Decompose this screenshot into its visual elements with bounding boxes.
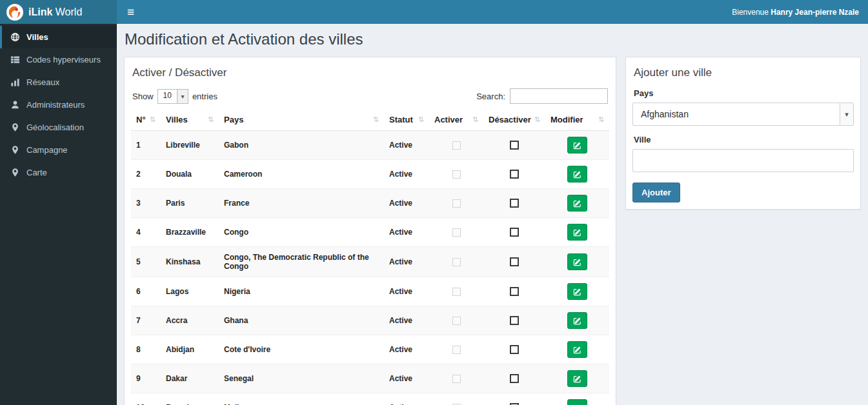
brand-text: iLink World xyxy=(28,6,82,18)
sidebar-item-carte[interactable]: Carte xyxy=(0,161,117,184)
desactiver-checkbox[interactable] xyxy=(510,287,519,296)
sort-icon: ⇅ xyxy=(150,115,156,124)
page-length-select[interactable]: 10 ▾ xyxy=(157,89,188,104)
cell-ville: Abidjan xyxy=(161,335,219,364)
column-header-desactiver[interactable]: Désactiver⇅ xyxy=(483,110,545,131)
cell-num: 3 xyxy=(131,189,161,218)
column-header-statut[interactable]: Statut⇅ xyxy=(384,110,429,131)
desactiver-checkbox[interactable] xyxy=(510,345,519,354)
page-length-control: Show 10 ▾ entries xyxy=(132,89,217,104)
brand[interactable]: iLink World xyxy=(0,0,117,24)
cell-pays: Gabon xyxy=(219,131,384,160)
sort-icon: ⇅ xyxy=(534,115,540,124)
sidebar-item-reseaux[interactable]: Réseaux xyxy=(0,71,117,94)
desactiver-checkbox[interactable] xyxy=(510,228,519,237)
activer-checkbox xyxy=(452,317,461,325)
cell-pays: Senegal xyxy=(219,364,384,393)
cell-desactiver xyxy=(483,247,545,277)
activer-checkbox xyxy=(452,228,461,237)
column-header-modifier[interactable]: Modifier⇅ xyxy=(545,110,609,131)
ajouter-button[interactable]: Ajouter xyxy=(632,183,680,202)
cell-num: 10 xyxy=(131,393,161,405)
table-row: 1LibrevilleGabonActive xyxy=(131,131,609,160)
column-header-villes[interactable]: Villes⇅ xyxy=(161,110,219,131)
cell-statut: Active xyxy=(384,364,429,393)
cell-pays: Cote d'Ivoire xyxy=(219,335,384,364)
app-root: iLink World VillesCodes hyperviseursRése… xyxy=(0,0,868,405)
desactiver-checkbox[interactable] xyxy=(510,199,519,208)
desactiver-checkbox[interactable] xyxy=(510,141,519,150)
desactiver-checkbox[interactable] xyxy=(510,374,519,383)
cell-ville: Dakar xyxy=(161,364,219,393)
cell-desactiver xyxy=(483,160,545,189)
desactiver-checkbox[interactable] xyxy=(510,257,519,266)
cell-modifier xyxy=(545,247,609,277)
cities-table-panel: Activer / Désactiver Show 10 ▾ entries S… xyxy=(124,57,616,405)
cell-pays: Nigeria xyxy=(219,277,384,306)
ville-input[interactable] xyxy=(632,149,854,172)
column-header-n[interactable]: N°⇅ xyxy=(131,110,161,131)
edit-button[interactable] xyxy=(567,166,587,183)
cell-pays: France xyxy=(219,189,384,218)
entries-label: entries xyxy=(192,92,217,101)
cell-statut: Active xyxy=(384,335,429,364)
edit-button[interactable] xyxy=(567,341,587,358)
sidebar-item-administrateurs[interactable]: Administrateurs xyxy=(0,94,117,116)
edit-button[interactable] xyxy=(567,137,587,153)
cell-num: 5 xyxy=(131,247,161,277)
sidebar-item-villes[interactable]: Villes xyxy=(0,26,117,48)
bar-chart-icon xyxy=(10,77,20,87)
cell-num: 8 xyxy=(131,335,161,364)
cell-statut: Active xyxy=(384,189,429,218)
cell-modifier xyxy=(545,277,609,306)
edit-button[interactable] xyxy=(567,283,587,300)
cell-ville: Brazzaville xyxy=(161,218,219,247)
sidebar-item-geolocalisation[interactable]: Géolocalisation xyxy=(0,116,117,139)
cell-statut: Active xyxy=(384,393,429,405)
search-label: Search: xyxy=(476,92,505,101)
cell-activer xyxy=(429,247,483,277)
edit-button[interactable] xyxy=(567,253,587,270)
sort-icon: ⇅ xyxy=(472,115,478,124)
cell-statut: Active xyxy=(384,218,429,247)
activer-checkbox xyxy=(452,288,461,296)
cell-num: 4 xyxy=(131,218,161,247)
search-input[interactable] xyxy=(510,88,608,104)
add-panel-title: Ajouter une ville xyxy=(634,66,854,79)
activer-checkbox xyxy=(452,258,461,266)
top-navbar: ≡ Bienvenue Hanry Jean-pierre Nzale xyxy=(117,0,868,24)
pays-select[interactable]: Afghanistan ▾ xyxy=(632,103,854,126)
desactiver-checkbox[interactable] xyxy=(510,170,519,179)
sidebar-item-codes-hyperviseurs[interactable]: Codes hyperviseurs xyxy=(0,48,117,71)
cell-desactiver xyxy=(483,131,545,160)
edit-pencil-icon xyxy=(573,141,581,150)
sidebar-item-campagne[interactable]: Campagne xyxy=(0,139,117,161)
cell-modifier xyxy=(545,160,609,189)
hamburger-menu-button[interactable]: ≡ xyxy=(117,0,145,24)
column-header-pays[interactable]: Pays⇅ xyxy=(219,110,384,131)
desactiver-checkbox[interactable] xyxy=(510,316,519,325)
cell-activer xyxy=(429,131,483,160)
datatable-controls: Show 10 ▾ entries Search: xyxy=(132,88,608,104)
sidebar-item-label: Codes hyperviseurs xyxy=(26,55,101,64)
column-header-activer[interactable]: Activer⇅ xyxy=(429,110,483,131)
cell-num: 1 xyxy=(131,131,161,160)
edit-button[interactable] xyxy=(567,399,587,405)
cell-modifier xyxy=(545,306,609,335)
user-menu[interactable]: Bienvenue Hanry Jean-pierre Nzale xyxy=(732,8,868,17)
cell-modifier xyxy=(545,131,609,160)
edit-button[interactable] xyxy=(567,195,587,212)
cell-desactiver xyxy=(483,393,545,405)
edit-button[interactable] xyxy=(567,370,587,387)
edit-button[interactable] xyxy=(567,312,587,329)
edit-pencil-icon xyxy=(573,288,581,296)
cell-statut: Active xyxy=(384,160,429,189)
add-city-panel: Ajouter une ville Pays Afghanistan ▾ Vil… xyxy=(625,57,861,210)
cell-modifier xyxy=(545,335,609,364)
activer-checkbox xyxy=(452,375,461,383)
chevron-down-icon: ▾ xyxy=(840,103,853,125)
edit-button[interactable] xyxy=(567,224,587,241)
table-row: 6LagosNigeriaActive xyxy=(131,277,609,306)
cell-statut: Active xyxy=(384,306,429,335)
table-row: 4BrazzavilleCongoActive xyxy=(131,218,609,247)
